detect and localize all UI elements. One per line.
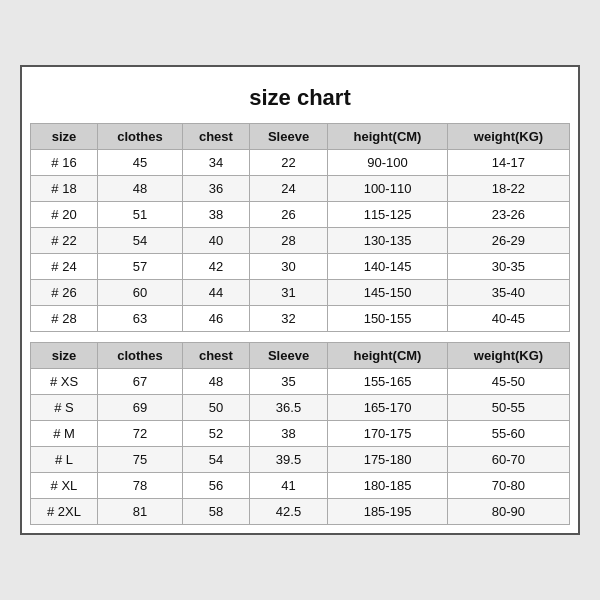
table-cell: 54: [97, 228, 182, 254]
size-chart: size chart size clothes chest Sleeve hei…: [20, 65, 580, 535]
table-cell: 140-145: [328, 254, 448, 280]
table-row: # 28634632150-15540-45: [31, 306, 570, 332]
table-cell: 40: [182, 228, 249, 254]
table-cell: 38: [182, 202, 249, 228]
table-cell: # 22: [31, 228, 98, 254]
chart-title: size chart: [30, 75, 570, 123]
table-cell: 150-155: [328, 306, 448, 332]
table-cell: 36: [182, 176, 249, 202]
table-cell: 42.5: [249, 499, 327, 525]
table-cell: 18-22: [447, 176, 569, 202]
table-cell: 115-125: [328, 202, 448, 228]
col-weight-2: weight(KG): [447, 343, 569, 369]
table-cell: 55-60: [447, 421, 569, 447]
table-cell: 175-180: [328, 447, 448, 473]
table-cell: 52: [182, 421, 249, 447]
table-row: # 22544028130-13526-29: [31, 228, 570, 254]
table-cell: 40-45: [447, 306, 569, 332]
table-row: # 1645342290-10014-17: [31, 150, 570, 176]
table-cell: 100-110: [328, 176, 448, 202]
table-row: # S695036.5165-17050-55: [31, 395, 570, 421]
table-row: # XS674835155-16545-50: [31, 369, 570, 395]
table-row: # XL785641180-18570-80: [31, 473, 570, 499]
table-cell: 32: [249, 306, 327, 332]
col-clothes-1: clothes: [97, 124, 182, 150]
col-size-1: size: [31, 124, 98, 150]
table-cell: 46: [182, 306, 249, 332]
table-cell: 48: [97, 176, 182, 202]
table-cell: 50-55: [447, 395, 569, 421]
col-height-1: height(CM): [328, 124, 448, 150]
table-cell: 48: [182, 369, 249, 395]
table-cell: 165-170: [328, 395, 448, 421]
table-cell: 90-100: [328, 150, 448, 176]
table-cell: 54: [182, 447, 249, 473]
table-cell: 145-150: [328, 280, 448, 306]
table-cell: 60-70: [447, 447, 569, 473]
table-cell: 42: [182, 254, 249, 280]
table-cell: 155-165: [328, 369, 448, 395]
table-cell: 51: [97, 202, 182, 228]
table-cell: 67: [97, 369, 182, 395]
table-cell: # S: [31, 395, 98, 421]
table-cell: 45-50: [447, 369, 569, 395]
table-cell: 14-17: [447, 150, 569, 176]
table-cell: # 16: [31, 150, 98, 176]
table-row: # M725238170-17555-60: [31, 421, 570, 447]
table-cell: 57: [97, 254, 182, 280]
table-cell: 35-40: [447, 280, 569, 306]
table-cell: 56: [182, 473, 249, 499]
table-cell: 30-35: [447, 254, 569, 280]
table-cell: # 18: [31, 176, 98, 202]
table-cell: 69: [97, 395, 182, 421]
table-cell: 24: [249, 176, 327, 202]
col-height-2: height(CM): [328, 343, 448, 369]
table-cell: 70-80: [447, 473, 569, 499]
table-cell: # M: [31, 421, 98, 447]
table-cell: 23-26: [447, 202, 569, 228]
table-cell: # 28: [31, 306, 98, 332]
header-row-1: size clothes chest Sleeve height(CM) wei…: [31, 124, 570, 150]
table-row: # L755439.5175-18060-70: [31, 447, 570, 473]
table-cell: 81: [97, 499, 182, 525]
table-row: # 2XL815842.5185-19580-90: [31, 499, 570, 525]
table-cell: 35: [249, 369, 327, 395]
table-cell: 78: [97, 473, 182, 499]
table-cell: 26: [249, 202, 327, 228]
size-table: size clothes chest Sleeve height(CM) wei…: [30, 123, 570, 525]
table-cell: # L: [31, 447, 98, 473]
table-cell: # 26: [31, 280, 98, 306]
col-chest-2: chest: [182, 343, 249, 369]
table-row: # 26604431145-15035-40: [31, 280, 570, 306]
table-cell: 30: [249, 254, 327, 280]
table-cell: 22: [249, 150, 327, 176]
table-cell: 63: [97, 306, 182, 332]
table-cell: # XS: [31, 369, 98, 395]
table-cell: 58: [182, 499, 249, 525]
table-cell: 75: [97, 447, 182, 473]
col-clothes-2: clothes: [97, 343, 182, 369]
table-row: # 24574230140-14530-35: [31, 254, 570, 280]
table-cell: # 2XL: [31, 499, 98, 525]
table-cell: 130-135: [328, 228, 448, 254]
table-cell: 39.5: [249, 447, 327, 473]
table-cell: 38: [249, 421, 327, 447]
table-cell: 26-29: [447, 228, 569, 254]
col-size-2: size: [31, 343, 98, 369]
table-cell: # 24: [31, 254, 98, 280]
table-cell: 44: [182, 280, 249, 306]
table-cell: 45: [97, 150, 182, 176]
col-weight-1: weight(KG): [447, 124, 569, 150]
col-sleeve-1: Sleeve: [249, 124, 327, 150]
table-cell: # 20: [31, 202, 98, 228]
table-cell: 170-175: [328, 421, 448, 447]
table-cell: 50: [182, 395, 249, 421]
header-row-2: size clothes chest Sleeve height(CM) wei…: [31, 343, 570, 369]
table-row: # 18483624100-11018-22: [31, 176, 570, 202]
table-cell: # XL: [31, 473, 98, 499]
table-cell: 28: [249, 228, 327, 254]
table-cell: 34: [182, 150, 249, 176]
table-cell: 180-185: [328, 473, 448, 499]
table-cell: 72: [97, 421, 182, 447]
table-cell: 80-90: [447, 499, 569, 525]
